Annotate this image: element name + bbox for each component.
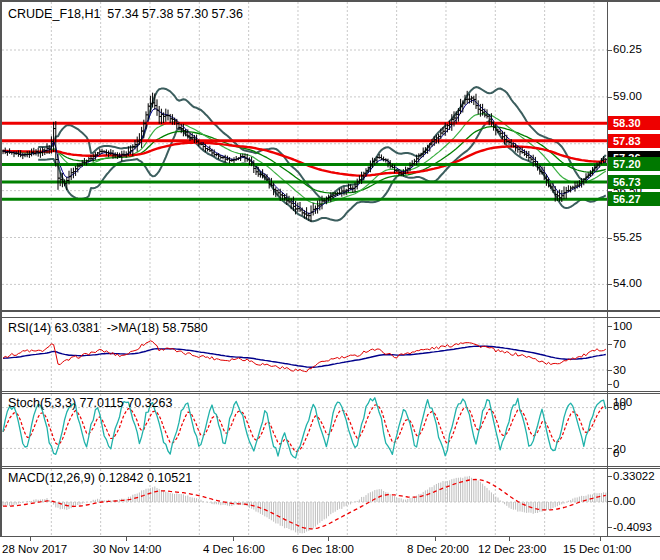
stochastic-label: Stoch(5,3,3) 77.0115 70.3263 <box>8 396 172 410</box>
panel-separator[interactable] <box>0 391 660 392</box>
price-tick-label: 60.25 <box>613 43 642 55</box>
macd-label: MACD(12,26,9) 0.12842 0.10521 <box>8 471 192 485</box>
time-label: 8 Dec 20:00 <box>407 543 469 555</box>
scale-tick-mark <box>607 326 612 327</box>
panel-separator[interactable] <box>0 468 660 469</box>
window-top-border <box>0 0 660 2</box>
resistance-level-badge: 58.30 <box>608 116 660 130</box>
macd-tick-label: -0.4093 <box>613 521 652 533</box>
time-tick-mark <box>509 537 510 541</box>
time-tick-mark <box>126 537 127 541</box>
chart-window: CRUDE_F18,H1 57.34 57.38 57.30 57.36 RSI… <box>0 0 660 560</box>
rsi-tick-label: 100 <box>613 320 632 332</box>
time-tick-mark <box>30 537 31 541</box>
price-tick-label: 54.00 <box>613 277 642 289</box>
panel-separator[interactable] <box>0 310 660 312</box>
rsi-tick-label: 0 <box>613 378 619 390</box>
macd-tick-label: 0.33022 <box>613 470 655 482</box>
time-tick-mark <box>328 537 329 541</box>
resistance-level-badge: 57.83 <box>608 134 660 148</box>
price-scale-border <box>607 0 608 537</box>
time-label: 6 Dec 18:00 <box>292 543 354 555</box>
scale-tick-mark <box>607 50 612 51</box>
support-level-badge: 56.27 <box>608 192 660 206</box>
rsi-tick-label: 30 <box>613 364 626 376</box>
price-tick-label: 55.25 <box>613 231 642 243</box>
support-level-badge: 56.73 <box>608 175 660 189</box>
scale-tick-mark <box>607 238 612 239</box>
scale-tick-mark <box>607 284 612 285</box>
rsi-label: RSI(14) 63.0381 ->MA(18) 58.7580 <box>8 321 208 335</box>
panel-separator[interactable] <box>0 317 660 318</box>
time-label: 28 Nov 2017 <box>2 543 67 555</box>
stochastic-tick-label: 80 <box>613 400 626 412</box>
time-tick-mark <box>233 537 234 541</box>
rsi-tick-label: 70 <box>613 338 626 350</box>
scale-tick-mark <box>607 97 612 98</box>
symbol-ohlc-label: CRUDE_F18,H1 57.34 57.38 57.30 57.36 <box>8 7 243 21</box>
main-price-chart[interactable] <box>2 2 607 310</box>
panel-separator[interactable] <box>0 393 660 394</box>
macd-tick-label: 0.00 <box>613 495 635 507</box>
scale-tick-mark <box>607 407 612 408</box>
scale-tick-mark <box>607 527 612 528</box>
scale-tick-mark <box>607 370 612 371</box>
time-tick-mark <box>435 537 436 541</box>
scale-tick-mark <box>607 476 612 477</box>
scale-tick-mark <box>607 501 612 502</box>
panel-separator[interactable] <box>0 466 660 467</box>
time-label: 4 Dec 16:00 <box>203 543 265 555</box>
scale-tick-mark <box>607 344 612 345</box>
scale-tick-mark <box>607 384 612 385</box>
window-left-border <box>0 0 2 537</box>
time-label: 12 Dec 23:00 <box>478 543 546 555</box>
time-tick-mark <box>600 537 601 541</box>
price-tick-label: 59.00 <box>613 90 642 102</box>
panel-separator <box>0 536 660 537</box>
stochastic-tick-label: 0 <box>613 447 619 459</box>
support-level-badge: 57.20 <box>608 157 660 171</box>
time-label: 15 Dec 01:00 <box>563 543 631 555</box>
time-label: 30 Nov 14:00 <box>93 543 161 555</box>
scale-tick-mark <box>607 448 612 449</box>
